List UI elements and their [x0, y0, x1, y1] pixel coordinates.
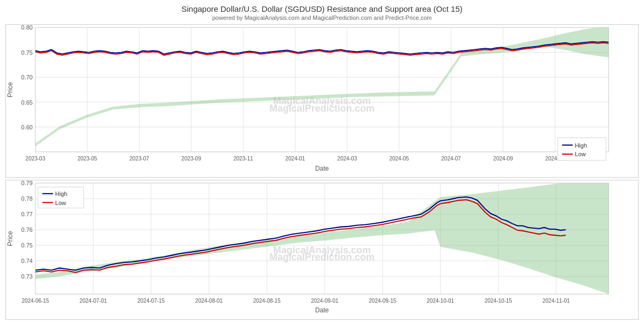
svg-text:Price: Price — [6, 82, 14, 98]
svg-text:2024-09-01: 2024-09-01 — [311, 298, 338, 304]
svg-text:2023-09: 2023-09 — [181, 156, 201, 162]
svg-text:Date: Date — [315, 164, 328, 172]
svg-text:2023-07: 2023-07 — [129, 156, 149, 162]
svg-text:2024-06-15: 2024-06-15 — [21, 298, 49, 304]
svg-text:Low: Low — [55, 200, 67, 206]
svg-text:0.60: 0.60 — [21, 124, 33, 130]
svg-text:2024-10-15: 2024-10-15 — [485, 298, 512, 304]
bottom-chart-svg: 0.79 0.78 0.77 0.76 0.75 0.74 0.73 2024-… — [6, 180, 638, 319]
svg-text:2024-09: 2024-09 — [493, 156, 513, 162]
svg-text:High: High — [55, 191, 68, 197]
svg-text:2024-08-01: 2024-08-01 — [195, 298, 223, 304]
svg-text:2024-07: 2024-07 — [441, 156, 461, 162]
svg-text:0.73: 0.73 — [21, 273, 33, 280]
svg-text:2024-10-01: 2024-10-01 — [427, 298, 454, 304]
svg-text:2024-09-15: 2024-09-15 — [369, 298, 396, 304]
top-chart-svg: 0.80 0.75 0.70 0.65 0.60 2023-03 2023-05… — [6, 25, 638, 177]
svg-text:0.74: 0.74 — [21, 258, 33, 264]
svg-text:0.76: 0.76 — [21, 226, 33, 233]
svg-text:0.70: 0.70 — [21, 74, 33, 80]
svg-text:0.78: 0.78 — [21, 196, 33, 202]
svg-text:2024-01: 2024-01 — [286, 156, 305, 162]
svg-text:Price: Price — [6, 231, 14, 246]
svg-text:2024-08-15: 2024-08-15 — [253, 298, 281, 304]
page-subtitle: powered by MagicalAnalysis.com and Magic… — [0, 14, 644, 21]
svg-text:Low: Low — [575, 151, 586, 157]
svg-text:2024-03: 2024-03 — [338, 156, 357, 162]
svg-text:2024-07-01: 2024-07-01 — [79, 298, 107, 304]
svg-text:2024-05: 2024-05 — [389, 156, 409, 162]
svg-text:Date: Date — [315, 306, 329, 314]
svg-text:2023-05: 2023-05 — [77, 156, 97, 162]
page-container: Singapore Dollar/U.S. Dollar (SGDUSD) Re… — [0, 0, 644, 322]
charts-container: MagicalAnalysis.com MagicalPrediction.co… — [0, 22, 644, 322]
svg-text:0.80: 0.80 — [21, 25, 33, 31]
svg-text:0.77: 0.77 — [21, 211, 33, 217]
header: Singapore Dollar/U.S. Dollar (SGDUSD) Re… — [0, 0, 644, 22]
svg-text:0.75: 0.75 — [21, 49, 33, 56]
bottom-chart-wrapper: MagicalAnalysis.com MagicalPrediction.co… — [5, 180, 639, 320]
page-title: Singapore Dollar/U.S. Dollar (SGDUSD) Re… — [0, 4, 644, 13]
svg-text:0.79: 0.79 — [21, 180, 33, 186]
svg-text:2024-07-15: 2024-07-15 — [137, 298, 165, 304]
svg-text:0.65: 0.65 — [21, 99, 33, 105]
svg-text:High: High — [575, 142, 587, 148]
svg-text:2023-11: 2023-11 — [233, 156, 253, 162]
svg-text:2023-03: 2023-03 — [26, 156, 46, 162]
svg-text:2024-11-01: 2024-11-01 — [543, 298, 570, 304]
svg-text:0.75: 0.75 — [21, 242, 33, 248]
top-chart-wrapper: MagicalAnalysis.com MagicalPrediction.co… — [5, 24, 639, 178]
